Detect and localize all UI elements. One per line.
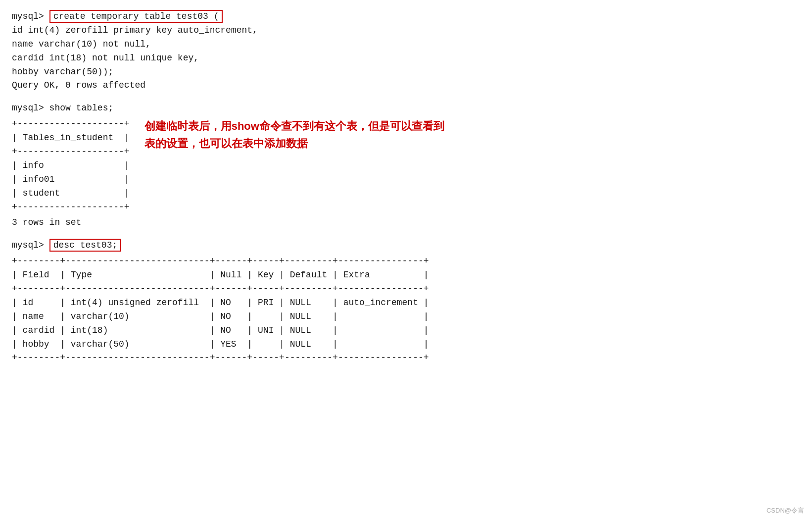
create-table-section: mysql> create temporary table test03 ( i… xyxy=(12,10,800,93)
prompt-1: mysql> xyxy=(12,11,49,21)
create-body: id int(4) zerofill primary key auto_incr… xyxy=(12,24,800,93)
desc-table-output: +--------+---------------------------+--… xyxy=(12,255,800,365)
table-header-separator: +--------------------+ xyxy=(12,145,130,159)
rows-in-set: 3 rows in set xyxy=(12,216,800,230)
table-bottom-border: +--------------------+ xyxy=(12,201,130,214)
table-row-student: | student | xyxy=(12,187,130,201)
terminal-container: mysql> create temporary table test03 ( i… xyxy=(12,10,800,365)
show-tables-command: mysql> show tables; xyxy=(12,102,800,115)
ascii-table: +--------------------+ | Tables_in_stude… xyxy=(12,117,130,214)
show-tables-section: mysql> show tables; +-------------------… xyxy=(12,102,800,230)
prompt-3: mysql> xyxy=(12,240,49,250)
table-row-info: | info | xyxy=(12,159,130,173)
desc-command-highlighted: desc test03; xyxy=(49,239,122,252)
desc-command-line: mysql> desc test03; xyxy=(12,239,800,253)
table-top-border: +--------------------+ xyxy=(12,117,130,131)
create-command-highlighted: create temporary table test03 ( xyxy=(49,10,223,23)
desc-table-section: mysql> desc test03; +--------+----------… xyxy=(12,239,800,365)
tables-result-row: +--------------------+ | Tables_in_stude… xyxy=(12,117,800,214)
table-row-info01: | info01 | xyxy=(12,173,130,187)
table-header-row: | Tables_in_student | xyxy=(12,131,130,145)
create-command-line: mysql> create temporary table test03 ( xyxy=(12,10,800,24)
annotation-text: 创建临时表后，用show命令查不到有这个表，但是可以查看到表的设置，也可以在表中… xyxy=(144,117,550,152)
watermark: CSDN@令言 xyxy=(766,506,804,515)
